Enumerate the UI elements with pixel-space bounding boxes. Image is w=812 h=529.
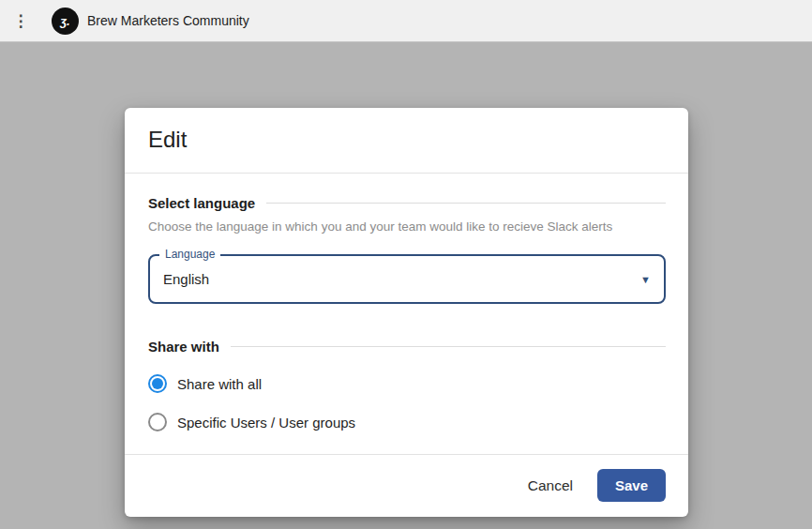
share-section-header: Share with xyxy=(148,339,666,355)
language-section-description: Choose the language in which you and you… xyxy=(148,219,666,234)
cancel-button[interactable]: Cancel xyxy=(528,477,573,494)
dialog-title: Edit xyxy=(148,127,666,153)
radio-option-specific-users[interactable]: Specific Users / User groups xyxy=(148,413,666,431)
radio-button-icon[interactable] xyxy=(148,374,167,393)
language-select-label: Language xyxy=(159,248,220,261)
chevron-down-icon: ▼ xyxy=(640,274,651,284)
language-select[interactable]: Language English ▼ xyxy=(148,254,666,304)
divider xyxy=(266,203,666,204)
logo-glyph-icon: ʒ. xyxy=(60,14,69,28)
language-selected-value: English xyxy=(163,271,209,287)
app-header: ⋮ ʒ. Brew Marketers Community xyxy=(0,0,812,42)
community-logo[interactable]: ʒ. xyxy=(52,8,79,35)
kebab-menu-icon[interactable]: ⋮ xyxy=(0,13,41,29)
dialog-header: Edit xyxy=(125,108,688,174)
divider xyxy=(231,346,666,347)
save-button[interactable]: Save xyxy=(597,469,666,502)
dialog-body: Select language Choose the language in w… xyxy=(125,174,688,431)
dialog-footer: Cancel Save xyxy=(125,454,688,517)
share-section: Share with Share with all Specific Users… xyxy=(148,339,666,431)
radio-option-label: Specific Users / User groups xyxy=(177,415,355,431)
radio-option-label: Share with all xyxy=(177,376,262,392)
edit-dialog: Edit Select language Choose the language… xyxy=(125,108,688,517)
radio-button-icon[interactable] xyxy=(148,413,167,431)
community-name: Brew Marketers Community xyxy=(87,13,249,28)
language-section-title: Select language xyxy=(148,195,255,211)
language-section-header: Select language xyxy=(148,195,666,211)
share-section-title: Share with xyxy=(148,339,219,355)
radio-option-share-with-all[interactable]: Share with all xyxy=(148,374,666,393)
